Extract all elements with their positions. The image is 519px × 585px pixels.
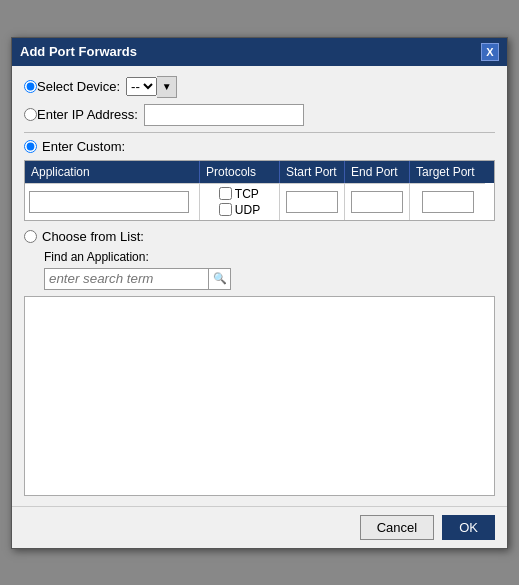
protocols-options: TCP UDP	[219, 187, 260, 217]
start-port-input[interactable]	[286, 191, 338, 213]
application-input[interactable]	[29, 191, 189, 213]
ip-address-row: Enter IP Address:	[24, 104, 495, 126]
col-application: Application	[25, 161, 200, 183]
divider	[24, 132, 495, 133]
ip-address-input[interactable]	[144, 104, 304, 126]
search-input[interactable]	[44, 268, 209, 290]
enter-custom-section: Enter Custom:	[24, 139, 495, 154]
protocols-cell: TCP UDP	[200, 183, 280, 220]
ip-address-label: Enter IP Address:	[37, 107, 138, 122]
application-cell	[25, 183, 200, 220]
col-start-port: Start Port	[280, 161, 345, 183]
end-port-input[interactable]	[351, 191, 403, 213]
dialog-body: Select Device: -- ▼ Enter IP Address: En…	[12, 66, 507, 506]
enter-custom-radio[interactable]	[24, 140, 37, 153]
application-list-box[interactable]	[24, 296, 495, 496]
choose-from-list-label: Choose from List:	[42, 229, 144, 244]
close-button[interactable]: X	[481, 43, 499, 61]
title-bar: Add Port Forwards X	[12, 38, 507, 66]
table-header: Application Protocols Start Port End Por…	[25, 161, 494, 183]
enter-custom-label: Enter Custom:	[42, 139, 125, 154]
search-row: 🔍	[44, 268, 495, 290]
choose-from-list-radio[interactable]	[24, 230, 37, 243]
udp-text: UDP	[235, 203, 260, 217]
col-target-port: Target Port	[410, 161, 485, 183]
select-device-row: Select Device: -- ▼	[24, 76, 495, 98]
choose-section-label-row: Choose from List:	[24, 229, 495, 244]
table-row: TCP UDP	[25, 183, 494, 220]
target-port-cell	[410, 183, 485, 220]
dialog-title: Add Port Forwards	[20, 44, 137, 59]
start-port-cell	[280, 183, 345, 220]
select-device-label: Select Device:	[37, 79, 120, 94]
enter-ip-radio[interactable]	[24, 108, 37, 121]
device-select[interactable]: --	[126, 77, 157, 96]
end-port-cell	[345, 183, 410, 220]
select-device-radio[interactable]	[24, 80, 37, 93]
tcp-checkbox[interactable]	[219, 187, 232, 200]
tcp-label[interactable]: TCP	[219, 187, 259, 201]
ok-button[interactable]: OK	[442, 515, 495, 540]
search-button[interactable]: 🔍	[209, 268, 231, 290]
add-port-forwards-dialog: Add Port Forwards X Select Device: -- ▼ …	[11, 37, 508, 549]
dropdown-arrow-button[interactable]: ▼	[157, 76, 177, 98]
port-forward-table: Application Protocols Start Port End Por…	[24, 160, 495, 221]
cancel-button[interactable]: Cancel	[360, 515, 434, 540]
udp-label[interactable]: UDP	[219, 203, 260, 217]
choose-from-list-section: Choose from List: Find an Application: 🔍	[24, 229, 495, 496]
col-protocols: Protocols	[200, 161, 280, 183]
udp-checkbox[interactable]	[219, 203, 232, 216]
target-port-input[interactable]	[422, 191, 474, 213]
find-app-label: Find an Application:	[44, 250, 495, 264]
col-end-port: End Port	[345, 161, 410, 183]
footer: Cancel OK	[12, 506, 507, 548]
tcp-text: TCP	[235, 187, 259, 201]
